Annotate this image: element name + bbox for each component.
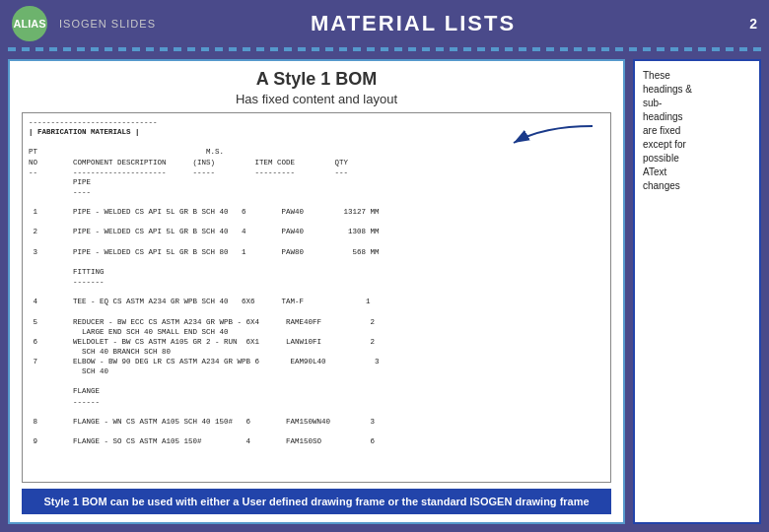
bom-line-32 bbox=[29, 427, 604, 436]
bom-line-16: FITTING bbox=[29, 267, 604, 277]
bom-line-30 bbox=[29, 407, 604, 417]
bom-line-7: PIPE bbox=[29, 177, 604, 187]
sidebar-note: These headings & sub- headings are fixed… bbox=[633, 59, 761, 524]
bom-line-21: 5 REDUCER - BW ECC CS ASTM A234 GR WPB -… bbox=[29, 317, 604, 327]
bom-line-27 bbox=[29, 376, 604, 386]
bom-line-33: 9 FLANGE - SO CS ASTM A105 150# 4 FAM150… bbox=[29, 436, 604, 446]
sidebar-line2: headings & bbox=[643, 84, 692, 95]
annotation-arrow bbox=[484, 121, 602, 163]
sidebar-line4: headings bbox=[643, 111, 683, 122]
bom-line-29: ------ bbox=[29, 397, 604, 407]
bom-line-20 bbox=[29, 306, 604, 316]
bom-line-13 bbox=[29, 237, 604, 247]
bom-line-15 bbox=[29, 257, 604, 267]
app: ALIAS ISOGEN SLIDES MATERIAL LISTS 2 A S… bbox=[0, 0, 769, 532]
slide-subtitle: Has fixed content and layout bbox=[22, 92, 611, 106]
bom-line-24: SCH 40 BRANCH SCH 80 bbox=[29, 347, 604, 357]
main-content: A Style 1 BOM Has fixed content and layo… bbox=[0, 51, 769, 532]
bom-line-19: 4 TEE - EQ CS ASTM A234 GR WPB SCH 40 6X… bbox=[29, 297, 604, 306]
slide-area: A Style 1 BOM Has fixed content and layo… bbox=[8, 59, 625, 524]
bom-line-8: ---- bbox=[29, 187, 604, 197]
alias-logo: ALIAS bbox=[12, 6, 47, 41]
bom-line-28: FLANGE bbox=[29, 386, 604, 396]
sidebar-line9: changes bbox=[643, 180, 680, 191]
sidebar-line1: These bbox=[643, 70, 670, 81]
sidebar-line5: are fixed bbox=[643, 125, 680, 136]
bom-line-22: LARGE END SCH 40 SMALL END SCH 40 bbox=[29, 327, 604, 337]
bom-line-11 bbox=[29, 217, 604, 227]
page-title: MATERIAL LISTS bbox=[89, 11, 737, 36]
bom-line-9 bbox=[29, 197, 604, 207]
header-bar: ALIAS ISOGEN SLIDES MATERIAL LISTS 2 bbox=[0, 0, 769, 47]
slide-number: 2 bbox=[749, 16, 757, 32]
bom-line-6: -- --------------------- ----- ---------… bbox=[29, 167, 604, 177]
bom-line-12: 2 PIPE - WELDED CS API 5L GR B SCH 40 4 … bbox=[29, 227, 604, 236]
bom-line-23: 6 WELDOLET - BW CS ASTM A105 GR 2 - RUN … bbox=[29, 337, 604, 347]
slide-title: A Style 1 BOM bbox=[22, 69, 611, 90]
bom-area: ----------------------------- | FABRICAT… bbox=[22, 112, 611, 483]
bom-line-25: 7 ELBOW - BW 90 DEG LR CS ASTM A234 GR W… bbox=[29, 357, 604, 366]
sidebar-line7: possible bbox=[643, 153, 679, 164]
bom-line-17: ------- bbox=[29, 277, 604, 287]
sidebar-line6: except for bbox=[643, 139, 686, 150]
bom-line-14: 3 PIPE - WELDED CS API 5L GR B SCH 80 1 … bbox=[29, 247, 604, 257]
bom-line-26: SCH 40 bbox=[29, 366, 604, 376]
bottom-note: Style 1 BOM can be used with either a Us… bbox=[22, 489, 611, 514]
bom-line-31: 8 FLANGE - WN CS ASTM A105 SCH 40 150# 6… bbox=[29, 417, 604, 427]
bom-line-10: 1 PIPE - WELDED CS API 5L GR B SCH 40 6 … bbox=[29, 207, 604, 217]
bom-line-18 bbox=[29, 287, 604, 297]
sidebar-line3: sub- bbox=[643, 98, 662, 108]
sidebar-line8: AText bbox=[643, 166, 666, 177]
